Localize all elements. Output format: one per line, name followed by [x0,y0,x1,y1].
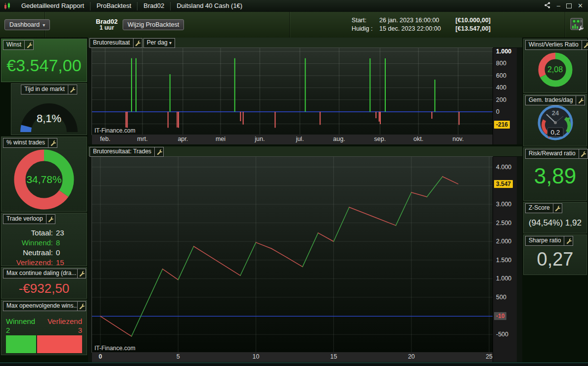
trades-chart-x-axis: 0510152025 [92,352,493,362]
panel-daling-title: Max continue daling (dra... [3,269,77,278]
start-label: Start: [352,16,377,25]
panel-winst: Winst €3.547,00 [1,39,87,82]
wrench-icon[interactable] [77,302,86,311]
tab-probacktest[interactable]: ProBacktest [90,0,137,12]
y-tick-label: 2.000 [496,237,511,245]
panel-winst-title: Winst [3,41,24,49]
daily-result-chart[interactable]: IT-Finance.com [92,48,493,135]
trades-per-day-dial: 24 0,2 [524,104,588,144]
tijd-value: 8,1% [11,112,87,125]
trades-chart-y-axis: 4.0003.0002.5002.0001.5001.000500-5003.5… [493,157,517,362]
verloop-row: Totaal:23 [1,228,80,238]
x-tick-label: sep. [365,136,395,142]
panel-tijd-title: Tijd in de markt [21,85,68,94]
wrench-icon[interactable] [154,147,163,156]
system-info: Brad02 1 uur [96,18,118,31]
per-dag-dropdown[interactable]: Per dag ▾ [143,38,175,48]
y-tick-label: -500 [496,330,508,338]
tab-brad02[interactable]: Brad02 [137,0,170,12]
share-icon[interactable] [543,1,551,11]
y-tick-label: 600 [496,72,506,80]
wrench-icon[interactable] [68,85,77,94]
max-daling-value: -€932,50 [1,281,87,296]
minimize-icon[interactable]: – [557,0,560,12]
report-settings-icon[interactable] [570,17,584,33]
current-row: Huidig : 15 dec. 2023 22:00:00 [€13.547,… [352,25,491,33]
last-value-badge: -216 [494,121,510,129]
panel-wv-title: Winst/Verlies Ratio [526,41,582,49]
system-timeframe: 1 uur [99,25,114,31]
wrench-icon[interactable] [48,138,57,147]
panel-rr-title: Risk/Reward ratio [526,149,579,158]
wijzig-probacktest-button[interactable]: Wijzig ProBacktest [123,19,184,30]
panel-sharpe: Sharpe ratio 0,27 [523,234,587,275]
panel-z-title: Z-Score [526,204,553,213]
x-tick-label: 10 [241,353,271,360]
winst-value: €3.547,00 [1,56,87,75]
y-tick-label: 1.000 [496,47,511,55]
tab-instrument[interactable]: Duitsland 40 Cash (1€) [171,0,248,12]
sharpe-value: 0,27 [524,249,587,270]
opeen-win-label: Winnend [6,317,35,325]
opeen-loss-label: Verliezend [47,317,82,325]
wrench-icon[interactable] [77,269,86,278]
wrench-icon[interactable] [579,149,588,158]
x-tick-label: okt. [404,136,433,142]
y-tick-label: 0 [496,108,499,116]
panel-winst-verlies-ratio: Winst/Verlies Ratio 2,08 [523,39,587,93]
wrench-icon[interactable] [553,204,562,213]
daily-chart-title: Brutoresultaat [90,39,133,47]
maximize-icon[interactable] [566,3,572,8]
wrench-icon[interactable] [582,41,588,49]
trades-result-module: Brutoresultaat: Trades IT-Finance.com 05… [88,146,522,362]
opeen-loss-value: 3 [78,326,82,334]
consecutive-loss-bar [37,335,82,353]
caret-down-icon: ▾ [169,40,172,46]
panel-risk-reward: Risk/Reward ratio 3,89 [523,147,587,201]
toolbar: Dashboard▾ Brad02 1 uur Wijzig ProBackte… [0,12,588,38]
x-tick-label: apr. [168,136,198,142]
panel-pct-title: % winst trades [3,138,48,147]
tab-gedetailleerd-rapport[interactable]: Gedetailleerd Rapport [15,0,90,12]
panel-tijd-in-de-markt: Tijd in de markt 8,1% [11,83,87,135]
x-tick-label: 0 [86,353,115,360]
x-tick-label: 5 [163,353,193,360]
panel-sharpe-title: Sharpe ratio [526,236,564,245]
start-datetime: 26 jan. 2023 16:00:00 [379,16,453,25]
wrench-icon[interactable] [24,41,33,49]
trades-chart-header: Brutoresultaat: Trades [88,146,522,157]
y-tick-label: 1.500 [496,256,511,264]
x-tick-label: nov. [443,136,473,142]
x-tick-label: aug. [324,136,354,142]
wrench-icon[interactable] [133,39,142,47]
verloop-row: Neutraal:0 [1,248,80,258]
y-tick-label: 500 [496,293,506,301]
y-tick-label: 3.000 [496,200,511,208]
wrench-icon[interactable] [564,236,573,245]
y-tick-label: 1.000 [496,274,511,282]
y-tick-label: 800 [496,59,506,67]
wrench-icon[interactable] [46,215,55,224]
trades-equity-chart[interactable]: IT-Finance.com [92,157,493,352]
panel-max-opeenvolgend: Max opeenvolgende wins... Winnend Verlie… [1,300,87,355]
daily-chart-x-axis: feb.mrt.apr.meijun.jul.aug.sep.okt.nov. [92,135,493,144]
close-icon[interactable]: ✕ [578,0,583,12]
panel-z-score: Z-Score (94,54%) 1,92 [523,202,587,233]
daily-chart-y-axis: 1.0008006004002000-216 [493,48,517,144]
trade-verloop-rows: Totaal:23Winnend:8Neutraal:0Verliezend:1… [1,228,80,268]
consecutive-bars [6,335,82,353]
risk-reward-value: 3,89 [524,164,587,188]
panel-verloop-title: Trade verloop [3,215,46,224]
z-score-value: (94,54%) 1,92 [524,218,587,228]
y-tick-label: 4.000 [496,163,511,171]
last-value-badge: -10 [494,312,506,320]
y-tick-label: 400 [496,84,506,92]
window-bottom-edge [0,363,588,366]
candlestick-chart-icon [3,2,11,10]
current-amount: [€13.547,00] [455,25,491,33]
wrench-icon[interactable] [576,96,585,105]
svg-text:0,2: 0,2 [551,129,560,136]
panel-max-daling: Max continue daling (dra... -€932,50 [1,267,87,299]
dashboard-dropdown[interactable]: Dashboard▾ [4,19,50,30]
panel-gem-title: Gem. trades/dag [526,96,576,105]
